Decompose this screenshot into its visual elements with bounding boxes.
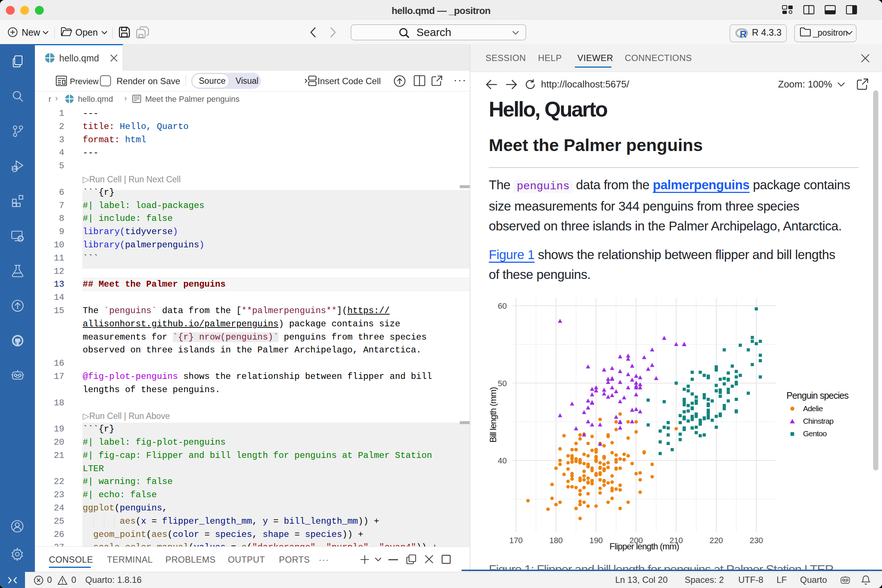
svg-text:190: 190 (590, 536, 603, 545)
svg-text:Flipper length (mm): Flipper length (mm) (609, 542, 679, 551)
svg-text:60: 60 (498, 302, 507, 310)
svg-text:R: R (740, 28, 747, 39)
svg-text:230: 230 (750, 536, 763, 545)
svg-text:50: 50 (498, 379, 507, 388)
svg-text:170: 170 (509, 536, 523, 545)
svg-text:180: 180 (549, 536, 563, 545)
svg-text:40: 40 (498, 456, 507, 465)
svg-text:Gentoo: Gentoo (803, 429, 826, 438)
svg-text:Penguin species: Penguin species (786, 390, 849, 400)
svg-text:Bill length (mm): Bill length (mm) (489, 387, 498, 443)
svg-text:Chinstrap: Chinstrap (803, 417, 834, 425)
svg-text:Adelie: Adelie (803, 404, 823, 413)
svg-text:220: 220 (710, 536, 723, 545)
